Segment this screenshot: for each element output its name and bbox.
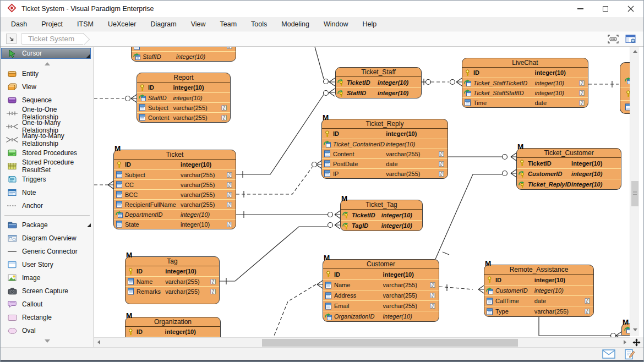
menu-item-view[interactable]: View <box>184 17 213 31</box>
relationship-left-edge-Report[interactable] <box>94 95 137 102</box>
menu-item-itsm[interactable]: ITSM <box>70 17 101 31</box>
relationship-Ticket-Ticket_Reply[interactable] <box>236 161 321 198</box>
breadcrumb[interactable]: Ticket System <box>21 33 84 45</box>
menu-item-window[interactable]: Window <box>316 17 355 31</box>
column-row[interactable]: Ticket_StaffTicketIDinteger(10)N <box>462 78 588 87</box>
fit-selection-button[interactable] <box>606 33 620 45</box>
log-icon[interactable] <box>624 349 636 360</box>
column-row[interactable]: N <box>132 47 236 51</box>
column-row[interactable]: Ticket_StaffStaffIDinteger(10)N <box>462 87 588 97</box>
column-row[interactable]: Namevarchar(255)N <box>125 276 219 286</box>
relationship-Remote_Assistance-bottom-right-entity[interactable] <box>539 316 621 339</box>
relationship-Customer-Remote_Assistance[interactable] <box>439 284 484 293</box>
entity-Remote_Assistance[interactable]: MRemote_AssistanceIDinteger(10)CustomerI… <box>484 265 594 317</box>
column-row[interactable]: Addressvarchar(255)N <box>323 290 439 300</box>
column-row[interactable]: Ticket_ContainerIDinteger(10) <box>322 139 447 149</box>
horizontal-scrollbar[interactable] <box>94 337 630 347</box>
column-row[interactable]: Subjectvarchar(255)N <box>114 169 236 179</box>
relationship-left-edge-Ticket[interactable] <box>94 181 113 189</box>
palette-item-entity[interactable]: Entity <box>1 67 94 80</box>
entity-Tag[interactable]: MTagIDinteger(10)Namevarchar(255)NRemark… <box>125 256 220 304</box>
column-row[interactable]: IDinteger(10) <box>125 327 220 337</box>
palette-item-stored-procedure-resultset[interactable]: Stored Procedure ResultSet <box>1 160 94 173</box>
minimize-button[interactable] <box>567 1 593 17</box>
column-row[interactable]: Ticket_ReplyIDinteger(10) <box>517 179 621 189</box>
palette-item-cursor[interactable]: Cursor <box>1 48 91 59</box>
column-row[interactable]: IDinteger(10) <box>125 266 219 276</box>
column-row[interactable]: Contentvarchar(255)N <box>137 112 230 122</box>
palette-item-sequence[interactable]: Sequence <box>1 94 94 107</box>
column-row[interactable]: IDinteger(10) <box>484 275 593 285</box>
entity-frag-top[interactable]: NStaffIDinteger(10) <box>131 47 236 62</box>
column-row[interactable]: IPvarchar(255)N <box>322 168 447 178</box>
column-row[interactable]: CustomerIDinteger(10) <box>484 285 593 295</box>
palette-item-one-to-one-relationship[interactable]: One-to-One Relationship <box>1 107 94 120</box>
column-row[interactable]: Subjectvarchar(255)N <box>137 102 230 112</box>
palette-item-callout[interactable]: Callout <box>1 298 94 311</box>
menu-item-modeling[interactable]: Modeling <box>274 17 316 31</box>
palette-item-user-story[interactable]: User Story <box>1 258 94 271</box>
menu-item-diagram[interactable]: Diagram <box>143 17 183 31</box>
menu-item-team[interactable]: Team <box>213 17 244 31</box>
palette-item-generic-connector[interactable]: Generic Connector <box>1 245 94 258</box>
diagram-canvas[interactable]: NStaffIDinteger(10)ReportIDinteger(10)St… <box>94 47 643 347</box>
column-row[interactable]: StaffIDinteger(10) <box>132 51 236 61</box>
entity-Ticket[interactable]: MTicketIDinteger(10)Subjectvarchar(255)N… <box>113 150 236 229</box>
overview-window-button[interactable] <box>624 33 638 45</box>
entity-Customer[interactable]: MCustomerIDinteger(10)Namevarchar(255)NA… <box>323 259 439 322</box>
palette-item-anchor[interactable]: Anchor <box>1 199 94 212</box>
entity-Report[interactable]: ReportIDinteger(10)StaffIDinteger(10)Sub… <box>137 73 231 123</box>
scroll-up-button[interactable] <box>630 47 640 56</box>
column-row[interactable]: TagIDinteger(10) <box>341 220 422 231</box>
palette-item-note[interactable]: Note <box>1 186 94 199</box>
entity-Ticket_Tag[interactable]: MTicket_TagTicketIDinteger(10)TagIDinteg… <box>340 200 423 231</box>
menu-item-dash[interactable]: Dash <box>4 17 34 31</box>
entity-Ticket_Staff[interactable]: Ticket_StaffTicketIDinteger(10)StaffIDin… <box>335 67 422 98</box>
column-row[interactable]: Remarksvarchar(255)N <box>125 286 219 296</box>
relationship-top-edge-Ticket_Staff[interactable] <box>315 47 335 86</box>
column-row[interactable]: StaffIDinteger(10) <box>336 87 421 98</box>
relationship-Ticket-Ticket_Tag[interactable] <box>236 211 340 218</box>
column-row[interactable]: CustomerIDinteger(10) <box>517 168 621 179</box>
column-row[interactable]: CCvarchar(255)N <box>114 179 236 189</box>
column-row[interactable]: DepartmentIDinteger(10) <box>114 209 236 219</box>
palette-item-one-to-many-relationship[interactable]: One-to-Many Relationship <box>1 120 94 133</box>
horizontal-scrollbar-thumb[interactable] <box>262 339 518 347</box>
column-row[interactable]: Typevarchar(255)N <box>484 306 593 316</box>
relationship-Ticket_Staff-LiveChat[interactable] <box>422 78 462 86</box>
column-row[interactable]: IDinteger(10) <box>322 129 447 139</box>
collapse-down-button[interactable] <box>1 337 94 344</box>
menu-item-project[interactable]: Project <box>34 17 70 31</box>
collapse-up-button[interactable] <box>1 60 94 67</box>
palette-item-oval[interactable]: Oval <box>1 324 94 337</box>
column-row[interactable]: BCCvarchar(255)N <box>114 189 236 199</box>
palette-item-rectangle[interactable]: Rectangle <box>1 311 94 324</box>
relationship-Customer-Ticket_Customer[interactable] <box>435 169 516 259</box>
scroll-right-button[interactable] <box>620 338 630 347</box>
palette-item-package[interactable]: Package <box>1 218 94 232</box>
scroll-left-button[interactable] <box>94 338 103 347</box>
column-row[interactable]: IDinteger(10) <box>462 68 588 78</box>
vertical-scrollbar[interactable] <box>630 47 639 336</box>
palette-item-image[interactable]: Image <box>1 271 94 284</box>
column-row[interactable]: Stateinteger(10)N <box>114 219 236 229</box>
pan-button[interactable] <box>630 337 643 347</box>
palette-item-view[interactable]: View <box>1 80 94 94</box>
column-row[interactable]: Contentvarchar(255)N <box>322 149 447 158</box>
column-row[interactable]: CallTimedateN <box>484 295 593 306</box>
entity-LiveChat[interactable]: LiveChatIDinteger(10)Ticket_StaffTicketI… <box>462 58 588 108</box>
column-row[interactable]: OrganizationIDinteger(10) <box>323 311 439 321</box>
relationship-Ticket_Reply-Ticket_Customer[interactable] <box>448 153 516 161</box>
palette-item-diagram-overview[interactable]: Diagram Overview <box>1 232 94 245</box>
menu-item-uexceler[interactable]: UeXceler <box>101 17 143 31</box>
column-row[interactable]: Emailvarchar(255)N <box>323 300 439 311</box>
column-row[interactable]: TicketIDinteger(10) <box>336 77 421 87</box>
relationship-LiveChat-right-edge-entity[interactable] <box>588 81 619 87</box>
column-row[interactable]: IDinteger(10) <box>114 160 236 169</box>
palette-item-stored-procedures[interactable]: Stored Procedures <box>1 146 94 160</box>
scroll-down-button[interactable] <box>630 325 640 334</box>
column-row[interactable]: StaffIDinteger(10) <box>137 92 230 102</box>
relationship-Customer-Organization[interactable] <box>271 281 323 344</box>
vertical-scrollbar-thumb[interactable] <box>631 181 638 206</box>
palette-item-many-to-many-relationship[interactable]: Many-to-Many Relationship <box>1 133 94 146</box>
